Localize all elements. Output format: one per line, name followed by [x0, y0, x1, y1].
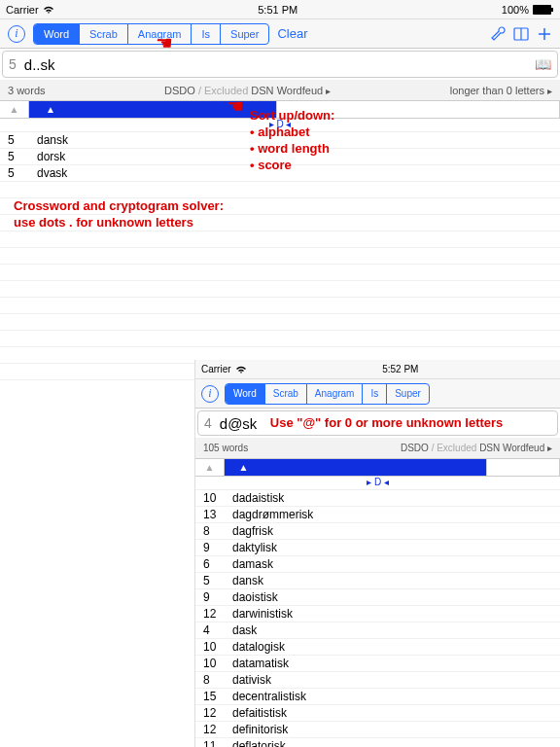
search-bar[interactable]: 5 d..sk 📖 [2, 51, 558, 78]
hand-icon: ☚ [227, 94, 244, 118]
seg-scrab[interactable]: Scrab [80, 24, 128, 44]
src-wordfeud: Wordfeud [503, 443, 544, 453]
seg-anagram[interactable]: Anagram [307, 384, 364, 404]
battery-pct: 100% [502, 4, 529, 16]
battery-icon [533, 5, 554, 15]
add-icon[interactable] [537, 26, 552, 42]
src-dsdo: DSDO [401, 443, 429, 453]
toolbar: i Word Scrab Anagram Is Super [195, 379, 560, 409]
chevron-right-icon[interactable]: ▸ [547, 443, 552, 453]
seg-is[interactable]: Is [363, 384, 387, 404]
list-item[interactable]: 12defaitistisk [195, 705, 560, 722]
sort-bar: ▲ ▲ [195, 459, 560, 477]
bookmarks-icon[interactable] [513, 26, 529, 42]
letter-count: 5 [9, 56, 17, 72]
seg-super[interactable]: Super [221, 24, 268, 44]
list-item[interactable]: 12darwinistisk [195, 606, 560, 622]
meta-bar: 105 words DSDO / Excluded DSN Wordfeud ▸ [195, 438, 560, 459]
wifi-icon [43, 5, 54, 15]
word-count: 105 words [203, 443, 248, 453]
list-item[interactable]: 9daoistisk [195, 589, 560, 606]
seg-word[interactable]: Word [226, 384, 265, 404]
carrier-label: Carrier [6, 4, 39, 16]
annotation-solver: Crossword and cryptogram solver: use dot… [14, 198, 224, 231]
filter-length[interactable]: longer than 0 letters ▸ [450, 85, 552, 96]
list-item[interactable]: 9daktylisk [195, 540, 560, 556]
list-item[interactable]: 8dagfrisk [195, 523, 560, 540]
list-item[interactable]: 13dagdrømmerisk [195, 507, 560, 523]
list-item[interactable]: 8dativisk [195, 672, 560, 689]
svg-rect-1 [551, 8, 553, 12]
seg-word[interactable]: Word [34, 24, 80, 44]
nested-screenshot: Carrier 5:52 PM i Word Scrab Anagram Is … [194, 360, 560, 747]
word-count: 3 words [8, 85, 46, 96]
meta-bar: 3 words DSDO / Excluded DSN Wordfeud ▸ l… [0, 80, 560, 101]
list-item[interactable]: 5dansk [195, 573, 560, 589]
hand-icon: ☚ [156, 31, 173, 54]
list-item[interactable]: 10datalogisk [195, 639, 560, 656]
list-item[interactable]: 10dadaistisk [195, 490, 560, 507]
search-input[interactable]: d..sk [24, 56, 527, 73]
search-input[interactable]: d@sk [220, 415, 262, 432]
info-icon[interactable]: i [8, 25, 25, 43]
src-dsn: DSN [479, 443, 500, 453]
list-item[interactable]: 6damask [195, 556, 560, 573]
chevron-right-icon[interactable]: ▸ [326, 86, 331, 96]
letter-count: 4 [204, 415, 212, 431]
sort-col-1[interactable]: ▲ [195, 459, 225, 476]
status-bar: Carrier 5:52 PM [195, 360, 560, 379]
book-icon[interactable]: 📖 [535, 56, 551, 72]
list-item[interactable]: 11deflatorisk [195, 738, 560, 747]
search-bar[interactable]: 4 d@sk Use "@" for 0 or more unknown let… [197, 410, 558, 436]
src-dsdo: DSDO [164, 85, 195, 96]
list-item[interactable]: 4dask [195, 622, 560, 639]
status-bar: Carrier 5:51 PM 100% [0, 0, 560, 19]
src-wordfeud: Wordfeud [277, 85, 324, 96]
wrench-icon[interactable] [490, 26, 506, 42]
sort-col-1[interactable]: ▲ [0, 101, 29, 118]
carrier-label: Carrier [201, 364, 231, 374]
seg-is[interactable]: Is [192, 24, 221, 44]
time-label: 5:51 PM [258, 4, 298, 16]
svg-rect-0 [533, 5, 551, 15]
list-item[interactable]: 15decentralistisk [195, 689, 560, 705]
info-icon[interactable]: i [201, 385, 219, 403]
sort-col-2[interactable]: ▲ [225, 459, 487, 476]
toolbar: i Word Scrab Anagram Is Super Clear [0, 19, 560, 49]
time-label: 5:52 PM [382, 364, 418, 374]
wifi-icon [235, 365, 247, 374]
annotation-sort: Sort up/down: • alphabet • word length •… [250, 108, 334, 174]
result-list: 10dadaistisk13dagdrømmerisk8dagfrisk9dak… [195, 490, 560, 747]
letter-header: ▸ D ◂ [195, 477, 560, 490]
annotation-at: Use "@" for 0 or more unknown letters [270, 415, 504, 432]
seg-scrab[interactable]: Scrab [265, 384, 307, 404]
sort-col-3[interactable] [487, 459, 560, 476]
src-excluded: / Excluded [432, 443, 477, 453]
mode-segmented[interactable]: Word Scrab Anagram Is Super [225, 383, 430, 405]
list-item[interactable]: 10datamatisk [195, 656, 560, 672]
seg-super[interactable]: Super [387, 384, 429, 404]
src-dsn: DSN [251, 85, 273, 96]
clear-button[interactable]: Clear [277, 26, 307, 41]
mode-segmented[interactable]: Word Scrab Anagram Is Super [33, 23, 269, 45]
list-item[interactable]: 12definitorisk [195, 722, 560, 738]
